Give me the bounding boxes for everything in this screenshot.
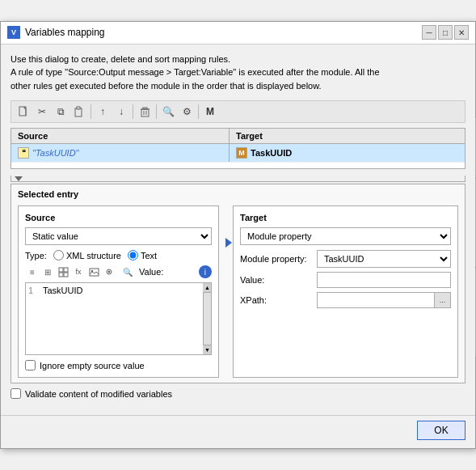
list-view-button[interactable]: ≡: [25, 265, 40, 279]
source-text-area[interactable]: 1 TaskUUID ▲ ▼: [25, 282, 212, 355]
target-panel: Target Module property Variable Output m…: [233, 205, 458, 378]
radio-text-label[interactable]: Text: [128, 250, 157, 260]
value-label: Value:: [139, 267, 163, 277]
target-header: Target: [230, 129, 465, 143]
ignore-label: Ignore empty source value: [40, 361, 145, 370]
vertical-scrollbar[interactable]: ▲ ▼: [203, 283, 211, 354]
rec-button[interactable]: [102, 265, 116, 279]
ok-button[interactable]: OK: [417, 421, 465, 440]
source-type-dropdown[interactable]: Static value Variable Expression: [25, 227, 212, 245]
table-row[interactable]: ❝ "TaskUUID" M TaskUUID: [11, 144, 465, 163]
mapping-table: Source Target ❝ "TaskUUID" M TaskUUID: [11, 128, 465, 169]
minimize-button[interactable]: ─: [422, 25, 436, 40]
svg-rect-10: [59, 268, 63, 272]
type-label: Type:: [25, 251, 47, 260]
validate-checkbox-row: Validate content of modified variables: [11, 388, 465, 399]
quote-icon: ❝: [18, 147, 29, 159]
window-title: Variables mapping: [25, 27, 422, 38]
source-text-content: TaskUUID: [43, 286, 83, 295]
ignore-checkbox-row: Ignore empty source value: [25, 360, 212, 370]
validate-checkbox[interactable]: [11, 388, 21, 399]
module-cell-icon: M: [236, 147, 247, 159]
xpath-label: XPath:: [240, 295, 317, 305]
divider-arrow-icon: [225, 238, 232, 248]
mapping-toolbar: ✂ ⧉ ↑ ↓: [11, 100, 465, 123]
source-cell: ❝ "TaskUUID": [11, 144, 230, 162]
svg-point-17: [107, 270, 110, 273]
ignore-empty-checkbox[interactable]: [25, 360, 36, 370]
move-up-button[interactable]: ↑: [94, 103, 112, 121]
svg-rect-12: [59, 273, 63, 277]
xpath-input-container: ...: [317, 292, 451, 308]
collapse-row[interactable]: [11, 176, 465, 182]
title-bar: V Variables mapping ─ □ ✕: [1, 22, 475, 44]
target-value-label: Value:: [240, 275, 317, 285]
xpath-browse-button[interactable]: ...: [435, 292, 451, 308]
scroll-down-arrow[interactable]: ▼: [203, 345, 211, 354]
radio-xml[interactable]: [53, 250, 64, 260]
validate-label: Validate content of modified variables: [25, 389, 172, 399]
line-number: 1: [28, 286, 43, 295]
selected-entry-title: Selected entry: [18, 189, 458, 199]
source-sub-toolbar: ≡ ⊞ fx: [25, 265, 212, 279]
maximize-button[interactable]: □: [438, 25, 453, 40]
svg-point-15: [91, 270, 92, 272]
panel-divider: [225, 205, 233, 378]
cut-button[interactable]: ✂: [33, 103, 51, 121]
target-value-input[interactable]: [317, 272, 451, 288]
collapse-arrow-icon: [15, 176, 23, 181]
target-cell: M TaskUUID: [230, 144, 465, 162]
svg-rect-7: [143, 108, 147, 109]
info-button[interactable]: i: [199, 265, 212, 278]
func-button[interactable]: fx: [71, 265, 86, 279]
module-button[interactable]: M: [201, 103, 219, 121]
copy-button[interactable]: ⧉: [52, 103, 70, 121]
window-controls: ─ □ ✕: [422, 25, 469, 40]
two-panel: Source Static value Variable Expression …: [18, 205, 458, 378]
svg-rect-14: [90, 269, 99, 276]
scroll-up-arrow[interactable]: ▲: [203, 283, 211, 293]
mapping-table-body: ❝ "TaskUUID" M TaskUUID: [11, 144, 465, 168]
target-panel-title: Target: [240, 213, 451, 222]
footer: OK: [1, 415, 475, 448]
module-property-label: Module property:: [240, 254, 317, 264]
svg-rect-13: [64, 273, 68, 277]
radio-xml-label[interactable]: XML structure: [53, 250, 121, 260]
grid-button[interactable]: [56, 265, 70, 279]
source-panel: Source Static value Variable Expression …: [18, 205, 219, 378]
radio-text[interactable]: [128, 250, 138, 260]
close-button[interactable]: ✕: [454, 25, 469, 40]
paste-button[interactable]: [70, 103, 88, 121]
svg-rect-11: [64, 268, 68, 272]
new-doc-button[interactable]: [15, 103, 32, 121]
type-radio-group: Type: XML structure Text: [25, 250, 212, 260]
window-icon: V: [7, 26, 20, 39]
xpath-input[interactable]: [317, 292, 435, 308]
source-header: Source: [11, 129, 230, 143]
search3-button[interactable]: 🔍: [120, 265, 135, 279]
source-panel-title: Source: [25, 213, 212, 222]
module-property-dropdown[interactable]: TaskUUID: [317, 250, 451, 268]
insert-button[interactable]: ⊞: [40, 265, 55, 279]
source-value: "TaskUUID": [32, 148, 79, 158]
move-down-button[interactable]: ↓: [112, 103, 130, 121]
target-type-dropdown[interactable]: Module property Variable Output message: [240, 227, 451, 245]
delete-button[interactable]: [136, 103, 154, 121]
value-row: Value:: [240, 272, 451, 288]
svg-rect-5: [141, 109, 149, 116]
module-property-row: Module property: TaskUUID: [240, 250, 451, 268]
search-button[interactable]: 🔍: [159, 103, 177, 121]
description: Use this dialog to create, delete and so…: [11, 53, 465, 93]
svg-rect-4: [77, 107, 80, 109]
xpath-row: XPath: ...: [240, 292, 451, 308]
image-button[interactable]: [86, 265, 101, 279]
mapping-table-header: Source Target: [11, 129, 465, 144]
settings-button[interactable]: ⚙: [178, 103, 196, 121]
target-value: TaskUUID: [251, 148, 292, 158]
